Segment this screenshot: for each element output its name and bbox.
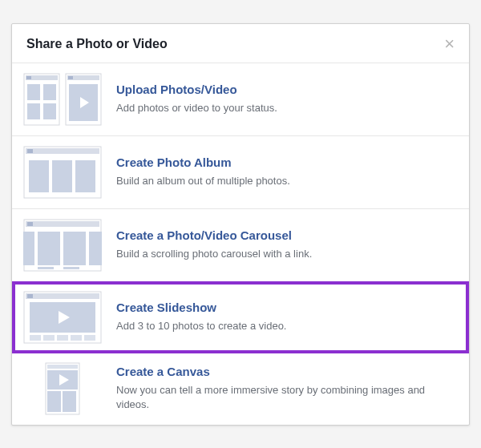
option-text: Create a Photo/Video Carousel Build a sc… [116, 228, 456, 261]
thumb-upload-icon [23, 73, 102, 126]
option-create-photo-album[interactable]: Create Photo Album Build an album out of… [12, 136, 469, 209]
svg-rect-4 [43, 84, 56, 100]
svg-rect-33 [43, 335, 55, 341]
option-title: Create Slideshow [116, 301, 456, 314]
svg-rect-22 [38, 232, 60, 265]
svg-rect-41 [47, 391, 61, 412]
svg-rect-9 [68, 76, 73, 79]
option-create-carousel[interactable]: Create a Photo/Video Carousel Build a sc… [12, 209, 469, 282]
svg-rect-3 [27, 84, 40, 100]
thumb-carousel-icon [23, 219, 102, 272]
svg-rect-29 [27, 294, 33, 298]
svg-rect-35 [71, 335, 82, 341]
option-title: Upload Photos/Video [116, 83, 456, 96]
thumb-slideshow-icon [23, 291, 102, 344]
option-text: Upload Photos/Video Add photos or video … [116, 83, 456, 115]
svg-rect-36 [84, 335, 95, 341]
option-desc: Build a scrolling photo carousel with a … [116, 247, 456, 261]
svg-rect-28 [26, 293, 99, 299]
option-title: Create a Photo/Video Carousel [116, 228, 456, 242]
svg-rect-17 [75, 160, 95, 192]
svg-rect-23 [63, 232, 86, 265]
option-desc: Now you can tell a more immersive story … [116, 383, 456, 412]
option-upload-photos-video[interactable]: Upload Photos/Video Add photos or video … [12, 63, 469, 136]
svg-rect-42 [63, 391, 76, 412]
svg-rect-6 [43, 103, 56, 119]
svg-rect-26 [63, 267, 79, 269]
thumb-album-icon [23, 146, 102, 199]
svg-rect-34 [57, 335, 68, 341]
svg-rect-38 [47, 365, 78, 369]
option-text: Create Slideshow Add 3 to 10 photos to c… [116, 301, 456, 333]
option-desc: Build an album out of multiple photos. [116, 174, 456, 188]
option-title: Create Photo Album [116, 155, 456, 169]
svg-rect-5 [27, 103, 40, 119]
svg-rect-13 [26, 148, 99, 154]
svg-rect-21 [23, 232, 34, 265]
option-title: Create a Canvas [116, 365, 456, 378]
dialog-header: Share a Photo or Video × [12, 24, 469, 63]
svg-rect-16 [52, 160, 72, 192]
option-text: Create a Canvas Now you can tell a more … [116, 365, 456, 412]
svg-rect-20 [27, 222, 33, 226]
option-desc: Add photos or video to your status. [116, 101, 456, 115]
option-text: Create Photo Album Build an album out of… [116, 155, 456, 188]
svg-rect-14 [27, 149, 33, 153]
share-dialog: Share a Photo or Video × Upload Photos/V… [11, 23, 470, 426]
svg-rect-32 [30, 335, 41, 341]
dialog-title: Share a Photo or Video [26, 37, 168, 51]
thumb-canvas-icon [23, 362, 102, 415]
svg-rect-25 [38, 267, 54, 269]
svg-rect-24 [89, 232, 102, 265]
close-icon[interactable]: × [444, 35, 455, 53]
option-create-canvas[interactable]: Create a Canvas Now you can tell a more … [12, 353, 469, 425]
svg-rect-15 [29, 160, 49, 192]
svg-rect-2 [26, 76, 31, 79]
svg-rect-19 [26, 221, 99, 227]
option-desc: Add 3 to 10 photos to create a video. [116, 319, 456, 333]
option-create-slideshow[interactable]: Create Slideshow Add 3 to 10 photos to c… [12, 281, 469, 353]
